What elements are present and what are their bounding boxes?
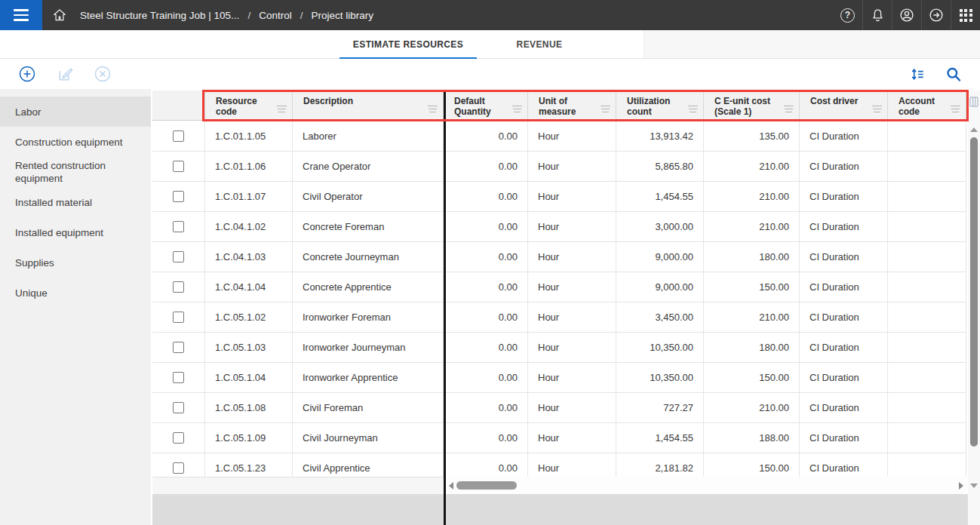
- column-header-label: C E-unit cost (Scale 1): [714, 95, 781, 117]
- scroll-up-arrow-icon[interactable]: [970, 127, 978, 132]
- row-checkbox[interactable]: [173, 342, 184, 353]
- row-checkbox[interactable]: [173, 281, 184, 293]
- table-row[interactable]: 1.C.05.1.04Ironworker Apprentice0.00Hour…: [152, 363, 966, 393]
- column-header-unit-of-measure[interactable]: Unit of measure: [528, 91, 616, 121]
- row-checkbox-cell: [152, 423, 205, 453]
- row-checkbox[interactable]: [173, 402, 184, 413]
- cell-ce-unit-cost: 210.00: [704, 182, 800, 211]
- table-row[interactable]: 1.C.01.1.05Laborer0.00Hour13,913.42135.0…: [152, 121, 966, 152]
- cell-default-quantity: 0.00: [444, 212, 528, 241]
- table-row[interactable]: 1.C.05.1.08Civil Foreman0.00Hour727.2721…: [152, 393, 966, 423]
- column-menu-icon[interactable]: [688, 106, 698, 113]
- column-header-default-quantity[interactable]: Default Quantity: [444, 91, 528, 121]
- table-row[interactable]: 1.C.05.1.02Ironworker Foreman0.00Hour3,4…: [152, 302, 966, 333]
- cell-description: Ironworker Foreman: [293, 302, 444, 332]
- column-menu-icon[interactable]: [601, 106, 610, 113]
- sign-out-icon[interactable]: [921, 0, 951, 30]
- scroll-right-arrow-icon[interactable]: [959, 482, 963, 490]
- cell-default-quantity: 0.00: [444, 121, 528, 151]
- search-icon[interactable]: [945, 65, 963, 83]
- table-row[interactable]: 1.C.05.1.09Civil Journeyman0.00Hour1,454…: [152, 423, 966, 453]
- frozen-column-divider[interactable]: [444, 91, 446, 525]
- cell-utilization-count: 1,454.55: [616, 423, 704, 453]
- sidebar-item-construction-equipment[interactable]: Construction equipment: [0, 127, 151, 157]
- sidebar-item-labor[interactable]: Labor: [0, 97, 151, 127]
- column-header-resource-code[interactable]: Resource code: [205, 91, 293, 121]
- column-panel-icon[interactable]: [969, 97, 978, 110]
- cell-default-quantity: 0.00: [444, 182, 528, 211]
- row-checkbox[interactable]: [173, 221, 184, 232]
- breadcrumb-project[interactable]: Steel Structure Training Job | 105...: [80, 10, 239, 21]
- cell-utilization-count: 727.27: [616, 393, 704, 422]
- vertical-scrollbar-thumb[interactable]: [970, 137, 978, 447]
- row-checkbox[interactable]: [173, 372, 184, 383]
- row-height-icon[interactable]: [908, 65, 926, 83]
- horizontal-scrollbar[interactable]: [446, 477, 966, 494]
- cell-account-code: [888, 393, 966, 422]
- row-checkbox[interactable]: [173, 432, 184, 444]
- table-row[interactable]: 1.C.04.1.03Concrete Journeyman0.00Hour9,…: [152, 242, 966, 272]
- cell-cost-driver: CI Duration: [800, 121, 888, 151]
- delete-button[interactable]: [94, 65, 112, 83]
- cell-ce-unit-cost: 135.00: [704, 121, 800, 151]
- notifications-icon[interactable]: [862, 0, 892, 30]
- add-button[interactable]: [18, 65, 36, 83]
- row-checkbox[interactable]: [173, 161, 184, 172]
- sidebar-item-unique[interactable]: Unique: [0, 278, 151, 308]
- row-checkbox[interactable]: [173, 191, 184, 202]
- account-icon[interactable]: [892, 0, 921, 30]
- row-checkbox[interactable]: [173, 312, 184, 323]
- row-checkbox[interactable]: [173, 251, 184, 262]
- table-row[interactable]: 1.C.04.1.04Concrete Apprentice0.00Hour9,…: [152, 272, 966, 302]
- vertical-scrollbar[interactable]: [968, 91, 980, 525]
- row-checkbox[interactable]: [173, 462, 184, 474]
- topbar-icon-group: ?: [833, 0, 980, 30]
- table-row[interactable]: 1.C.05.1.03Ironworker Journeyman0.00Hour…: [152, 333, 966, 363]
- table-row[interactable]: 1.C.01.1.06Crane Operator0.00Hour5,865.8…: [152, 152, 966, 182]
- sidebar-item-installed-material[interactable]: Installed material: [0, 187, 151, 217]
- tab-revenue[interactable]: REVENUE: [477, 30, 602, 59]
- column-header-utilization-count[interactable]: Utilization count: [616, 91, 704, 121]
- column-menu-icon[interactable]: [872, 106, 882, 113]
- cell-default-quantity: 0.00: [444, 423, 528, 453]
- column-menu-icon[interactable]: [951, 106, 960, 113]
- cell-ce-unit-cost: 210.00: [704, 152, 800, 181]
- cell-default-quantity: 0.00: [444, 242, 528, 272]
- apps-grid-icon[interactable]: [951, 0, 980, 30]
- hamburger-menu-icon[interactable]: [0, 0, 42, 30]
- sidebar-item-rented-construction-equipment[interactable]: Rented construction equipment: [0, 157, 151, 187]
- breadcrumb-control[interactable]: Control: [259, 10, 292, 21]
- cell-unit-of-measure: Hour: [528, 152, 616, 181]
- horizontal-scrollbar-thumb[interactable]: [456, 481, 517, 490]
- cell-default-quantity: 0.00: [444, 333, 528, 362]
- tab-estimate-resources[interactable]: ESTIMATE RESOURCES: [339, 30, 477, 59]
- column-menu-icon[interactable]: [428, 106, 438, 113]
- cell-unit-of-measure: Hour: [528, 182, 616, 211]
- help-icon[interactable]: ?: [833, 0, 862, 30]
- select-all-header-cell: [152, 91, 205, 121]
- column-header-cost-driver[interactable]: Cost driver: [800, 91, 888, 121]
- row-checkbox[interactable]: [173, 130, 184, 142]
- scroll-left-arrow-icon[interactable]: [449, 482, 453, 490]
- column-menu-icon[interactable]: [512, 106, 522, 113]
- edit-button[interactable]: [56, 65, 74, 83]
- cell-cost-driver: CI Duration: [800, 333, 888, 362]
- column-menu-icon[interactable]: [784, 106, 794, 113]
- column-header-c-e-unit-cost-scale-1-[interactable]: C E-unit cost (Scale 1): [704, 91, 800, 121]
- column-header-label: Cost driver: [810, 95, 858, 106]
- column-menu-icon[interactable]: [277, 106, 287, 113]
- table-row[interactable]: 1.C.04.1.02Concrete Foreman0.00Hour3,000…: [152, 212, 966, 242]
- sidebar-item-installed-equipment[interactable]: Installed equipment: [0, 217, 151, 247]
- grid-body: 1.C.01.1.05Laborer0.00Hour13,913.42135.0…: [152, 121, 966, 484]
- cell-default-quantity: 0.00: [444, 302, 528, 332]
- cell-ce-unit-cost: 188.00: [704, 423, 800, 453]
- breadcrumb-project-library[interactable]: Project library: [311, 10, 373, 21]
- tab-strip: ESTIMATE RESOURCES REVENUE: [0, 30, 980, 59]
- sidebar-item-supplies[interactable]: Supplies: [0, 247, 151, 278]
- column-header-description[interactable]: Description: [293, 91, 444, 121]
- table-row[interactable]: 1.C.01.1.07Civil Operator0.00Hour1,454.5…: [152, 182, 966, 212]
- home-icon[interactable]: [42, 0, 77, 30]
- cell-code: 1.C.01.1.05: [205, 121, 293, 151]
- scroll-down-arrow-icon[interactable]: [970, 484, 978, 488]
- column-header-account-code[interactable]: Account code: [888, 91, 966, 121]
